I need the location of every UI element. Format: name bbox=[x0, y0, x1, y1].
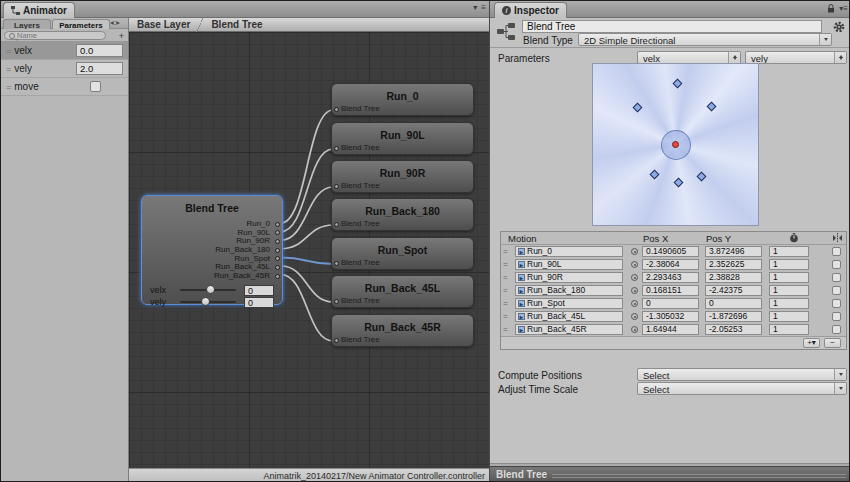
object-picker-icon[interactable] bbox=[631, 313, 638, 320]
motion-field[interactable]: ▶Run_90L bbox=[515, 259, 623, 270]
drag-handle-icon[interactable]: = bbox=[503, 247, 507, 256]
motion-point-Run_90R[interactable] bbox=[707, 102, 717, 112]
output-port[interactable] bbox=[275, 230, 280, 235]
motion-field[interactable]: ▶Run_Spot bbox=[515, 298, 623, 309]
mirror-checkbox[interactable] bbox=[832, 299, 841, 308]
motion-node-Run_Back_45L[interactable]: Run_Back_45LBlend Tree bbox=[331, 275, 474, 308]
connection-Run_Spot[interactable] bbox=[281, 257, 333, 264]
slider-track-velx[interactable] bbox=[180, 289, 236, 291]
motion-field[interactable]: ▶Run_90R bbox=[515, 272, 623, 283]
motion-field[interactable]: ▶Run_Back_45R bbox=[515, 324, 623, 335]
speed-field[interactable]: 1 bbox=[769, 324, 809, 335]
blend-tree-graph[interactable]: Blend Tree Run_0Run_90LRun_90RRun_Back_1… bbox=[129, 32, 489, 468]
preview-bar[interactable]: Blend Tree bbox=[490, 466, 850, 482]
drag-handle-icon[interactable]: = bbox=[503, 312, 507, 321]
blend-space-diagram[interactable] bbox=[592, 63, 759, 226]
output-port[interactable] bbox=[275, 256, 280, 261]
input-port[interactable] bbox=[334, 338, 339, 343]
blend-tree-name-field[interactable]: Blend Tree bbox=[522, 20, 822, 33]
pos-y-field[interactable]: 0 bbox=[705, 298, 762, 309]
window-dropdown-icon[interactable]: ▾ bbox=[473, 4, 477, 12]
inspector-menu-icon[interactable]: ▾≡ bbox=[839, 5, 848, 13]
output-port[interactable] bbox=[275, 222, 280, 227]
output-port[interactable] bbox=[275, 274, 280, 279]
input-port[interactable] bbox=[334, 146, 339, 151]
connection-Run_0[interactable] bbox=[281, 110, 333, 223]
motion-field[interactable]: ▶Run_0 bbox=[515, 246, 623, 257]
pos-x-field[interactable]: -2.38064 bbox=[642, 259, 699, 270]
speed-field[interactable]: 1 bbox=[769, 259, 809, 270]
drag-handle-icon[interactable]: = bbox=[503, 273, 507, 282]
tab-parameters[interactable]: Parameters bbox=[52, 19, 110, 29]
output-port[interactable] bbox=[275, 248, 280, 253]
parameter-value-field[interactable]: 2.0 bbox=[76, 62, 123, 75]
motion-node-Run_Spot[interactable]: Run_SpotBlend Tree bbox=[331, 237, 474, 270]
drag-handle-icon[interactable]: = bbox=[503, 286, 507, 295]
output-port[interactable] bbox=[275, 239, 280, 244]
motion-point-Run_0[interactable] bbox=[673, 78, 683, 88]
motion-point-Run_90L[interactable] bbox=[633, 102, 643, 112]
pos-y-field[interactable]: 2.352625 bbox=[705, 259, 762, 270]
pos-y-field[interactable]: -2.05253 bbox=[705, 324, 762, 335]
breadcrumb-blend-tree[interactable]: Blend Tree bbox=[203, 19, 268, 30]
parameter-checkbox[interactable] bbox=[90, 81, 101, 92]
speed-field[interactable]: 1 bbox=[769, 272, 809, 283]
pos-x-field[interactable]: 2.293463 bbox=[642, 272, 699, 283]
motion-point-Run_Back_45L[interactable] bbox=[650, 169, 660, 179]
slider-track-vely[interactable] bbox=[180, 301, 236, 303]
speed-field[interactable]: 1 bbox=[769, 285, 809, 296]
lock-icon[interactable] bbox=[827, 4, 835, 13]
slider-value-field[interactable]: 0 bbox=[244, 297, 274, 308]
slider-value-field[interactable]: 0 bbox=[244, 285, 274, 296]
motion-field[interactable]: ▶Run_Back_45L bbox=[515, 311, 623, 322]
window-menu-icon[interactable]: ≡ bbox=[481, 4, 486, 12]
input-port[interactable] bbox=[334, 107, 339, 112]
blend-type-dropdown[interactable]: 2D Simple Directional bbox=[578, 33, 832, 46]
input-port[interactable] bbox=[334, 261, 339, 266]
connection-Run_90R[interactable] bbox=[281, 187, 333, 240]
pos-y-field[interactable]: -1.872696 bbox=[705, 311, 762, 322]
mirror-checkbox[interactable] bbox=[832, 260, 841, 269]
tab-inspector[interactable]: i Inspector bbox=[494, 2, 567, 18]
add-motion-button[interactable]: +▾ bbox=[803, 338, 820, 348]
eye-icon[interactable] bbox=[109, 19, 121, 27]
pos-y-field[interactable]: 2.38828 bbox=[705, 272, 762, 283]
mirror-checkbox[interactable] bbox=[832, 312, 841, 321]
pos-y-field[interactable]: -2.42375 bbox=[705, 285, 762, 296]
slider-thumb[interactable] bbox=[201, 297, 210, 306]
object-picker-icon[interactable] bbox=[631, 287, 638, 294]
object-picker-icon[interactable] bbox=[631, 274, 638, 281]
speed-field[interactable]: 1 bbox=[769, 246, 809, 257]
motion-node-Run_90L[interactable]: Run_90LBlend Tree bbox=[331, 122, 474, 155]
search-input[interactable]: Name bbox=[4, 31, 106, 40]
motion-node-Run_Back_45R[interactable]: Run_Back_45RBlend Tree bbox=[331, 314, 474, 347]
mirror-checkbox[interactable] bbox=[832, 247, 841, 256]
mirror-checkbox[interactable] bbox=[832, 273, 841, 282]
pos-x-field[interactable]: 1.64944 bbox=[642, 324, 699, 335]
drag-handle-icon[interactable]: = bbox=[503, 299, 507, 308]
tab-animator[interactable]: Animator bbox=[3, 2, 75, 18]
speed-field[interactable]: 1 bbox=[769, 311, 809, 322]
adjust-time-scale-dropdown[interactable]: Select bbox=[637, 382, 847, 395]
blend-position-dot[interactable] bbox=[672, 141, 679, 148]
object-picker-icon[interactable] bbox=[631, 261, 638, 268]
pos-x-field[interactable]: 0.168151 bbox=[642, 285, 699, 296]
object-picker-icon[interactable] bbox=[631, 248, 638, 255]
motion-node-Run_Back_180[interactable]: Run_Back_180Blend Tree bbox=[331, 198, 474, 231]
parameter-value-field[interactable]: 0.0 bbox=[76, 44, 123, 57]
drag-handle-icon[interactable]: = bbox=[503, 325, 507, 334]
input-port[interactable] bbox=[334, 299, 339, 304]
mirror-checkbox[interactable] bbox=[832, 286, 841, 295]
blend-tree-node[interactable]: Blend Tree Run_0Run_90LRun_90RRun_Back_1… bbox=[141, 195, 283, 305]
add-parameter-button[interactable]: + bbox=[119, 31, 124, 41]
tab-layers[interactable]: Layers bbox=[3, 19, 51, 29]
breadcrumb-base-layer[interactable]: Base Layer bbox=[129, 19, 196, 30]
gear-icon[interactable] bbox=[833, 21, 845, 33]
drag-handle-icon[interactable]: = bbox=[503, 260, 507, 269]
compute-positions-dropdown[interactable]: Select bbox=[637, 368, 847, 381]
motion-node-Run_0[interactable]: Run_0Blend Tree bbox=[331, 83, 474, 116]
pos-y-field[interactable]: 3.872496 bbox=[705, 246, 762, 257]
input-port[interactable] bbox=[334, 222, 339, 227]
pos-x-field[interactable]: 0 bbox=[642, 298, 699, 309]
output-port[interactable] bbox=[275, 265, 280, 270]
